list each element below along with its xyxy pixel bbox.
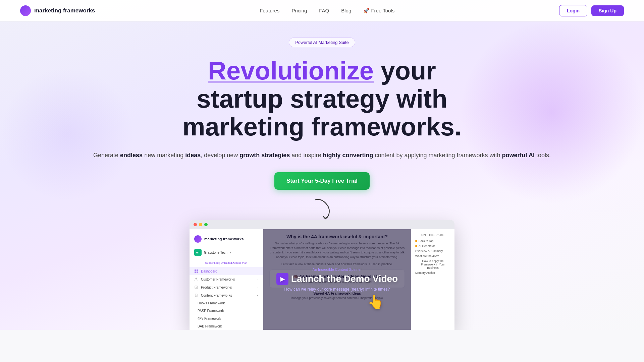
svg-rect-2: [195, 272, 196, 273]
content-icon: [194, 293, 198, 297]
sidebar-item-hooks[interactable]: Hooks Framework: [190, 299, 263, 307]
sidebar-avatar: GT: [194, 249, 202, 256]
toc-dot-0: [415, 240, 417, 242]
dashboard-icon: [194, 269, 198, 273]
sidebar-bab-label: BAB Framework: [198, 324, 222, 328]
sidebar-plan-badge: Subscribed | Unlimited Access Plan: [190, 261, 263, 267]
nav-link-free-tools[interactable]: 🚀 Free Tools: [363, 8, 394, 13]
preview-sidebar: marketing frameworks GT Graystone Tech ▾…: [190, 229, 263, 330]
preview-window-bar: [190, 220, 454, 229]
cta-trial-button[interactable]: Start Your 5-Day Free Trial: [274, 172, 370, 190]
login-button[interactable]: Login: [559, 5, 587, 16]
hero-subtitle: Generate endless new marketing ideas, de…: [13, 150, 631, 161]
sidebar-pasp-label: PASP Framework: [198, 309, 224, 313]
nav-link-pricing[interactable]: Pricing: [291, 8, 307, 13]
nav-link-features[interactable]: Features: [260, 8, 279, 13]
nav-links: Features Pricing FAQ Blog 🚀 Free Tools: [260, 8, 394, 14]
preview-toc: ON THIS PAGE Back to Top AI Generator Ov…: [411, 229, 454, 330]
toc-label-4: How to Apply the Framework in Your Busin…: [415, 259, 450, 269]
sidebar-product-label: Product Frameworks: [201, 286, 232, 289]
nav-link-blog[interactable]: Blog: [341, 8, 351, 13]
sidebar-logo-row: marketing frameworks: [190, 233, 263, 247]
toc-dot-1: [415, 245, 417, 247]
window-dot-green: [204, 223, 208, 226]
hero-section: Powerful AI Marketing Suite Revolutioniz…: [0, 0, 644, 330]
product-icon: [194, 285, 198, 289]
sidebar-user-row: GT Graystone Tech ▾: [190, 247, 263, 258]
demo-video-label: Launch the Demo Video: [291, 274, 398, 284]
sidebar-item-dashboard[interactable]: Dashboard: [190, 267, 263, 275]
window-dot-red: [194, 223, 197, 226]
sidebar-customer-label: Customer Frameworks: [201, 278, 235, 281]
demo-video-button[interactable]: ▶ Launch the Demo Video: [276, 273, 398, 285]
toc-label-0: Back to Top: [419, 239, 433, 243]
svg-point-4: [196, 278, 197, 280]
play-icon: ▶: [276, 273, 288, 285]
app-preview: marketing frameworks GT Graystone Tech ▾…: [190, 220, 454, 330]
arrow-svg-icon: [309, 196, 335, 220]
preview-inner: marketing frameworks GT Graystone Tech ▾…: [190, 229, 454, 330]
sidebar-item-product[interactable]: Product Frameworks ›: [190, 283, 263, 291]
hero-title: Revolutionize your startup strategy with…: [171, 57, 473, 141]
toc-title: ON THIS PAGE: [415, 233, 450, 237]
toc-label-5: Memory Anchor: [415, 271, 435, 275]
nav-link-faq[interactable]: FAQ: [319, 8, 329, 13]
window-dot-yellow: [199, 223, 202, 226]
sidebar-item-customer[interactable]: Customer Frameworks ›: [190, 275, 263, 283]
sidebar-hooks-label: Hooks Framework: [198, 301, 225, 305]
svg-rect-1: [197, 269, 198, 271]
cursor-hand-icon: 👆: [367, 294, 384, 310]
sidebar-item-content[interactable]: Content Frameworks ▾: [190, 291, 263, 299]
toc-item-4[interactable]: How to Apply the Framework in Your Busin…: [415, 259, 450, 269]
toc-item-3[interactable]: What are the 4As?: [415, 254, 450, 258]
toc-label-1: AI Generator: [419, 244, 435, 248]
preview-video-overlay[interactable]: An Incredible Content Spinner ▶ Launch t…: [263, 229, 411, 330]
toc-label-3: What are the 4As?: [415, 254, 439, 258]
preview-main-area: Why is the 4A framework useful & importa…: [263, 229, 411, 330]
sidebar-username: Graystone Tech: [204, 251, 227, 254]
arrow-decoration: [13, 196, 631, 220]
sidebar-4ps-label: 4Ps Framework: [198, 317, 221, 320]
hero-title-highlight: Revolutionize: [208, 56, 374, 85]
toc-label-2: Overview & Summary: [415, 249, 443, 253]
nav-logo[interactable]: marketing frameworks: [20, 5, 95, 16]
sidebar-item-4ps[interactable]: 4Ps Framework: [190, 315, 263, 322]
sidebar-logo-text: marketing frameworks: [204, 237, 244, 241]
toc-item-1[interactable]: AI Generator: [415, 244, 450, 248]
toc-item-0[interactable]: Back to Top: [415, 239, 450, 243]
nav-actions: Login Sign Up: [559, 5, 624, 16]
toc-item-2[interactable]: Overview & Summary: [415, 249, 450, 253]
demo-subtitle: How can we relay our core message (nearl…: [284, 287, 390, 292]
logo-icon: [20, 5, 31, 16]
sidebar-content-label: Content Frameworks: [201, 294, 232, 297]
navbar: marketing frameworks Features Pricing FA…: [0, 0, 644, 21]
customer-icon: [194, 277, 198, 281]
signup-button[interactable]: Sign Up: [591, 5, 624, 16]
hero-content: Powerful AI Marketing Suite Revolutioniz…: [0, 21, 644, 330]
sidebar-dashboard-label: Dashboard: [201, 269, 217, 273]
demo-top-label: An Incredible Content Spinner: [313, 267, 362, 272]
sidebar-item-bab[interactable]: BAB Framework: [190, 322, 263, 330]
hero-badge: Powerful AI Marketing Suite: [289, 38, 355, 47]
sidebar-item-pasp[interactable]: PASP Framework: [190, 307, 263, 315]
sidebar-logo-icon: [194, 235, 202, 243]
logo-text: marketing frameworks: [34, 7, 95, 14]
toc-item-5[interactable]: Memory Anchor: [415, 271, 450, 275]
svg-rect-0: [195, 269, 196, 271]
svg-rect-3: [197, 272, 198, 273]
